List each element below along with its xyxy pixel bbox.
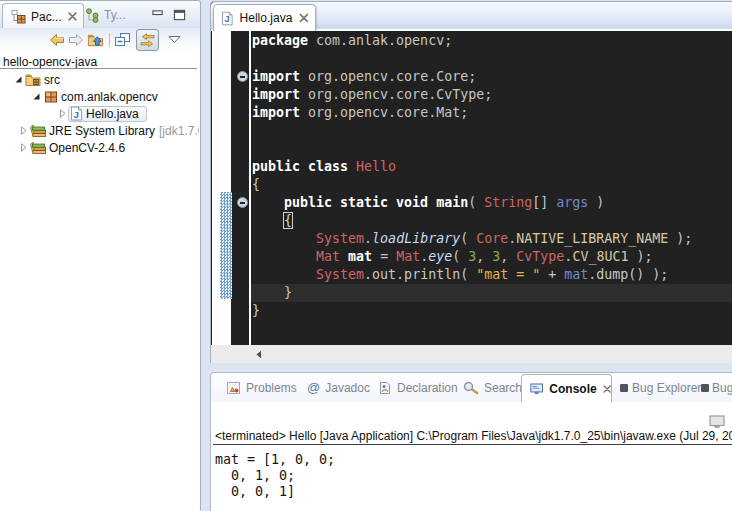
console-icon [530,382,543,396]
tab-console-label: Console [549,382,596,396]
code-line[interactable]: import org.opencv.core.Core; [252,68,732,86]
tree-item-label: Hello.java [86,107,139,121]
minimize-view-icon[interactable] [151,9,165,21]
project-tree: hello-opencv-java src [0,53,199,511]
console-title-bar: <terminated> Hello [Java Application] C:… [213,428,732,445]
console-output[interactable]: mat = [1, 0, 0; 0, 1, 0; 0, 0, 1] [215,452,732,500]
editor-tab-hello-java[interactable]: J Hello.java [213,4,316,31]
forward-button[interactable] [67,31,84,48]
tab-bug-explorer[interactable]: Bug Explorer [619,373,701,402]
type-hierarchy-icon [85,8,99,23]
tab-console[interactable]: Console [521,374,612,402]
close-icon[interactable] [603,384,611,394]
link-with-editor-button[interactable] [136,29,159,51]
bug-icon [700,383,710,393]
tree-item-suffix: [jdk1.7.0_25] [159,124,199,138]
declaration-icon [378,381,392,395]
editor-area: J Hello.java package com.anlak.opencv;im… [210,1,732,363]
tab-package-explorer[interactable]: Pac... [2,3,84,29]
svg-text:J: J [74,109,79,120]
svg-text:J: J [224,14,229,24]
package-explorer-panel: Pac... Ty... [0,0,201,510]
forward-arrow-icon [68,33,84,47]
package-icon [44,90,58,104]
back-arrow-icon [49,33,65,47]
code-line[interactable]: public static void main( String[] args ) [252,194,732,212]
tab-type-hierarchy[interactable]: Ty... [79,3,132,27]
code-line[interactable] [252,122,732,140]
code-line[interactable]: Mat mat = Mat.eye( 3, 3, CvType.CV_8UC1 … [252,248,732,266]
collapsed-arrow-icon[interactable] [58,109,67,118]
range-indicator [220,192,232,299]
tree-item-opencv-library[interactable]: OpenCV-2.4.6 [0,139,199,156]
console-toolbar-icon[interactable] [709,415,725,429]
back-button[interactable] [48,31,65,48]
java-file-icon: J [221,11,234,26]
tab-problems-label: Problems [246,381,297,395]
tree-item-hello-java[interactable]: J Hello.java [0,105,199,122]
code-line[interactable]: } [252,284,732,302]
code-line[interactable]: { [252,212,732,230]
code-line[interactable]: System.loadLibrary( Core.NATIVE_LIBRARY_… [252,230,732,248]
expanded-arrow-icon[interactable] [32,92,41,101]
code-line[interactable]: System.out.println( "mat = " + mat.dump(… [252,266,732,284]
view-menu-icon [168,35,181,44]
expanded-arrow-icon[interactable] [14,75,23,84]
bug-explorer-icon [619,383,629,393]
code-line[interactable]: { [252,176,732,194]
code-line[interactable]: } [252,302,732,320]
collapsed-arrow-icon[interactable] [19,143,28,152]
close-icon[interactable] [68,12,77,21]
tab-declaration[interactable]: Declaration [378,373,458,402]
tree-item-jre-library[interactable]: JRE System Library[jdk1.7.0_25] [0,122,199,139]
package-explorer-icon [11,9,26,24]
collapsed-arrow-icon[interactable] [19,126,28,135]
link-with-editor-icon [139,33,156,48]
tree-item-label: com.anlak.opencv [61,90,158,104]
console-panel: Problems @ Javadoc Declaration Search [210,372,732,511]
scroll-left-arrow-icon [255,350,263,359]
code-text[interactable]: package com.anlak.opencv;import org.open… [252,32,732,345]
source-folder-icon [25,73,41,87]
tab-bug-explorer-label: Bug Explorer [632,381,701,395]
code-line[interactable] [252,140,732,158]
toolbar-separator [109,33,110,47]
tab-search[interactable]: Search [463,373,522,402]
code-line[interactable]: import org.opencv.core.CvType; [252,86,732,104]
up-button[interactable] [87,31,104,48]
collapse-all-icon [114,32,131,48]
maximize-view-icon[interactable] [173,9,187,21]
close-icon[interactable] [299,13,309,23]
tab-search-label: Search [484,381,522,395]
explorer-toolbar [0,28,200,53]
tree-item-label: OpenCV-2.4.6 [49,141,125,155]
tab-bug[interactable]: Bug [700,373,732,402]
tab-type-hierarchy-label: Ty... [104,8,126,22]
scroll-left-button[interactable] [250,345,267,363]
code-line[interactable] [252,50,732,68]
tab-problems[interactable]: Problems [226,373,297,402]
tree-item-package[interactable]: com.anlak.opencv [0,88,199,105]
library-icon [30,124,46,138]
tab-javadoc[interactable]: @ Javadoc [307,373,370,402]
collapse-all-button[interactable] [114,31,131,48]
tab-declaration-label: Declaration [397,381,458,395]
console-output-line: 0, 0, 1] [215,484,732,500]
search-icon [463,381,479,395]
editor-tab-label: Hello.java [240,11,293,25]
tree-root-underline [0,68,197,69]
fold-minus-icon[interactable] [237,197,248,208]
code-editor[interactable]: package com.anlak.opencv;import org.open… [211,31,732,345]
console-output-line: mat = [1, 0, 0; [215,452,732,468]
code-line[interactable]: public class Hello [252,158,732,176]
view-menu-button[interactable] [166,31,183,48]
tree-root-project[interactable]: hello-opencv-java [3,55,97,69]
fold-minus-icon[interactable] [237,71,248,82]
code-line[interactable]: package com.anlak.opencv; [252,32,732,50]
up-folder-icon [87,32,104,48]
javadoc-icon: @ [307,380,320,395]
tab-package-explorer-label: Pac... [31,10,62,24]
code-line[interactable]: import org.opencv.core.Mat; [252,104,732,122]
tree-item-src[interactable]: src [0,71,199,88]
horizontal-scrollbar[interactable] [211,345,732,363]
